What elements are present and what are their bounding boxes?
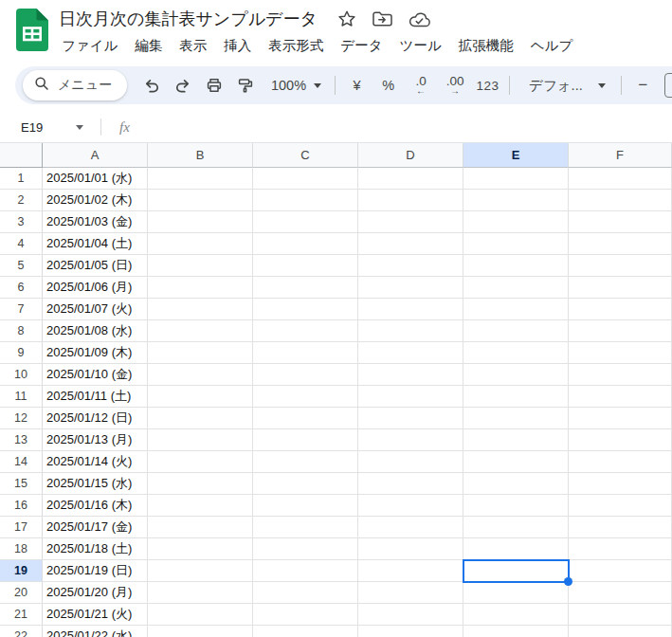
cell-B5[interactable] bbox=[148, 255, 253, 277]
menu-item-insert[interactable]: 挿入 bbox=[215, 35, 260, 57]
cell-A11[interactable]: 2025/01/11 (土) bbox=[43, 386, 148, 408]
row-header-8[interactable]: 8 bbox=[0, 320, 43, 342]
more-formats-button[interactable]: 123 bbox=[472, 70, 503, 100]
cell-F22[interactable] bbox=[569, 626, 672, 637]
cell-E9[interactable] bbox=[463, 342, 569, 364]
cell-A19[interactable]: 2025/01/19 (日) bbox=[43, 560, 148, 582]
cell-C18[interactable] bbox=[253, 538, 358, 560]
cell-B3[interactable] bbox=[148, 211, 253, 233]
row-header-1[interactable]: 1 bbox=[0, 168, 43, 190]
row-header-15[interactable]: 15 bbox=[0, 473, 43, 495]
cell-A22[interactable]: 2025/01/22 (水) bbox=[43, 626, 148, 637]
column-header-E[interactable]: E bbox=[463, 143, 569, 168]
cell-A14[interactable]: 2025/01/14 (火) bbox=[43, 451, 148, 473]
cell-E8[interactable] bbox=[463, 320, 569, 342]
cell-F6[interactable] bbox=[569, 277, 672, 299]
cell-F15[interactable] bbox=[569, 473, 672, 495]
cell-F3[interactable] bbox=[569, 211, 672, 233]
row-header-19[interactable]: 19 bbox=[0, 560, 43, 582]
cell-A2[interactable]: 2025/01/02 (木) bbox=[43, 190, 148, 211]
cell-F21[interactable] bbox=[569, 604, 672, 626]
menu-item-data[interactable]: データ bbox=[332, 35, 390, 57]
cell-A6[interactable]: 2025/01/06 (月) bbox=[43, 277, 148, 299]
cell-F5[interactable] bbox=[569, 255, 672, 277]
row-header-7[interactable]: 7 bbox=[0, 299, 43, 320]
menu-item-view[interactable]: 表示 bbox=[171, 35, 215, 57]
cell-B22[interactable] bbox=[148, 626, 253, 637]
increase-decimal-button[interactable]: .00 → bbox=[438, 70, 472, 100]
cell-A10[interactable]: 2025/01/10 (金) bbox=[43, 364, 148, 386]
cell-B19[interactable] bbox=[148, 560, 253, 582]
cell-A3[interactable]: 2025/01/03 (金) bbox=[43, 211, 148, 233]
cell-C7[interactable] bbox=[253, 299, 358, 320]
format-percent-button[interactable]: % bbox=[372, 70, 404, 100]
row-header-18[interactable]: 18 bbox=[0, 538, 43, 560]
cell-E11[interactable] bbox=[463, 386, 569, 408]
cell-C1[interactable] bbox=[253, 168, 358, 190]
name-box[interactable]: E19 bbox=[0, 120, 83, 135]
cell-C10[interactable] bbox=[253, 364, 358, 386]
cell-D19[interactable] bbox=[358, 560, 463, 582]
menu-item-format[interactable]: 表示形式 bbox=[260, 35, 332, 57]
row-header-22[interactable]: 22 bbox=[0, 626, 43, 637]
decrease-decimal-button[interactable]: .0 ← bbox=[404, 70, 438, 100]
cell-A1[interactable]: 2025/01/01 (水) bbox=[43, 168, 148, 190]
cell-E2[interactable] bbox=[463, 190, 569, 211]
cell-D8[interactable] bbox=[358, 320, 463, 342]
cell-E10[interactable] bbox=[463, 364, 569, 386]
cell-C12[interactable] bbox=[253, 408, 358, 429]
cell-E5[interactable] bbox=[463, 255, 569, 277]
cloud-saved-icon[interactable] bbox=[409, 11, 430, 27]
cell-D12[interactable] bbox=[358, 408, 463, 429]
cell-D9[interactable] bbox=[358, 342, 463, 364]
cell-B7[interactable] bbox=[148, 299, 253, 320]
cell-E21[interactable] bbox=[463, 604, 569, 626]
cell-E22[interactable] bbox=[463, 626, 569, 637]
cell-F20[interactable] bbox=[569, 582, 672, 604]
menu-item-edit[interactable]: 編集 bbox=[126, 35, 171, 57]
cell-D4[interactable] bbox=[358, 233, 463, 255]
font-size-input[interactable] bbox=[664, 73, 672, 98]
zoom-control[interactable]: 100% bbox=[262, 78, 329, 93]
cell-B14[interactable] bbox=[148, 451, 253, 473]
cell-D2[interactable] bbox=[358, 190, 463, 211]
row-header-21[interactable]: 21 bbox=[0, 604, 43, 626]
cell-D17[interactable] bbox=[358, 517, 463, 538]
cell-A15[interactable]: 2025/01/15 (水) bbox=[43, 473, 148, 495]
cell-F4[interactable] bbox=[569, 233, 672, 255]
cell-C2[interactable] bbox=[253, 190, 358, 211]
cell-F7[interactable] bbox=[569, 299, 672, 320]
row-header-10[interactable]: 10 bbox=[0, 364, 43, 386]
cell-E19[interactable] bbox=[463, 560, 569, 582]
cell-B9[interactable] bbox=[148, 342, 253, 364]
cell-D5[interactable] bbox=[358, 255, 463, 277]
cell-A5[interactable]: 2025/01/05 (日) bbox=[43, 255, 148, 277]
row-header-20[interactable]: 20 bbox=[0, 582, 43, 604]
cell-E14[interactable] bbox=[463, 451, 569, 473]
cell-B17[interactable] bbox=[148, 517, 253, 538]
cell-D13[interactable] bbox=[358, 429, 463, 451]
cell-E7[interactable] bbox=[463, 299, 569, 320]
move-to-folder-icon[interactable] bbox=[372, 10, 392, 27]
cell-A21[interactable]: 2025/01/21 (火) bbox=[43, 604, 148, 626]
cell-C19[interactable] bbox=[253, 560, 358, 582]
cell-F11[interactable] bbox=[569, 386, 672, 408]
cell-E15[interactable] bbox=[463, 473, 569, 495]
font-selector[interactable]: デフォ... bbox=[516, 77, 615, 95]
fill-handle[interactable] bbox=[564, 577, 572, 586]
cell-A20[interactable]: 2025/01/20 (月) bbox=[43, 582, 148, 604]
cell-B8[interactable] bbox=[148, 320, 253, 342]
cell-F8[interactable] bbox=[569, 320, 672, 342]
cell-C22[interactable] bbox=[253, 626, 358, 637]
cell-E6[interactable] bbox=[463, 277, 569, 299]
cell-B12[interactable] bbox=[148, 408, 253, 429]
cell-A16[interactable]: 2025/01/16 (木) bbox=[43, 495, 148, 517]
cell-B15[interactable] bbox=[148, 473, 253, 495]
cell-A13[interactable]: 2025/01/13 (月) bbox=[43, 429, 148, 451]
cell-B21[interactable] bbox=[148, 604, 253, 626]
cell-C6[interactable] bbox=[253, 277, 358, 299]
cell-F16[interactable] bbox=[569, 495, 672, 517]
cell-D10[interactable] bbox=[358, 364, 463, 386]
cell-C16[interactable] bbox=[253, 495, 358, 517]
column-header-A[interactable]: A bbox=[43, 143, 148, 168]
